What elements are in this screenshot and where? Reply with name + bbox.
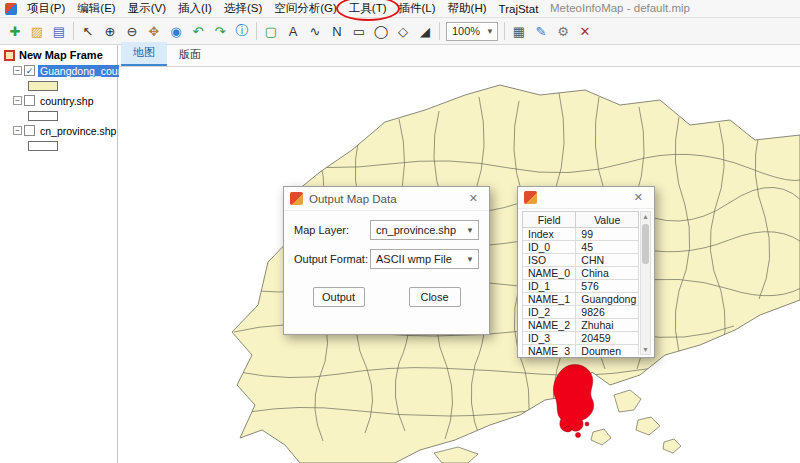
dialog-titlebar[interactable]: Output Map Data ✕ bbox=[284, 187, 489, 211]
layer-row[interactable]: −✓Guangdong_county.shp bbox=[0, 63, 117, 78]
zoom-next-icon[interactable]: ↷ bbox=[209, 20, 231, 42]
table-row[interactable]: NAME_0China bbox=[523, 267, 639, 280]
zoom-in-icon[interactable]: ⊕ bbox=[99, 20, 121, 42]
layer-name-label[interactable]: cn_province.shp bbox=[38, 125, 118, 137]
measure-icon[interactable]: ◢ bbox=[414, 20, 436, 42]
layer-name-label[interactable]: country.shp bbox=[38, 95, 96, 107]
zoom-out-icon[interactable]: ⊖ bbox=[121, 20, 143, 42]
scroll-down-icon[interactable]: ▼ bbox=[641, 346, 650, 353]
layer-color-swatch[interactable] bbox=[28, 111, 58, 121]
column-header-field[interactable]: Field bbox=[523, 212, 576, 228]
attribute-table-icon[interactable]: ▦ bbox=[508, 20, 530, 42]
table-row[interactable]: ISOCHN bbox=[523, 254, 639, 267]
menu-item-4[interactable]: 插入(I) bbox=[172, 0, 218, 18]
menu-item-2[interactable]: 编辑(E) bbox=[71, 0, 121, 18]
table-row[interactable]: Index99 bbox=[523, 228, 639, 241]
vertical-scrollbar[interactable]: ▲ ▼ bbox=[640, 211, 651, 355]
identify-icon[interactable]: ⓘ bbox=[231, 20, 253, 42]
menu-item-1[interactable]: 项目(P) bbox=[21, 0, 71, 18]
output-button[interactable]: Output bbox=[313, 287, 365, 307]
close-button[interactable]: Close bbox=[409, 287, 461, 307]
value-cell: China bbox=[576, 267, 639, 280]
polygon-tool-icon[interactable]: ◇ bbox=[392, 20, 414, 42]
value-cell: Doumen bbox=[576, 345, 639, 356]
zoom-level-select[interactable]: 100%▼ bbox=[446, 22, 498, 41]
menu-item-9[interactable]: 帮助(H) bbox=[442, 0, 493, 18]
layer-visibility-checkbox[interactable]: ✓ bbox=[24, 65, 35, 76]
toolbar-separator bbox=[439, 22, 440, 40]
layer-row[interactable]: −cn_province.shp bbox=[0, 123, 117, 138]
menu-item-3[interactable]: 显示(V) bbox=[122, 0, 172, 18]
label-tool-icon[interactable]: A bbox=[282, 20, 304, 42]
select-feature-icon[interactable]: ▢ bbox=[260, 20, 282, 42]
toolbar: ✚▨▤↖⊕⊖✥◉↶↷ⓘ▢A∿N▭◯◇◢100%▼▦✎⚙✕ bbox=[0, 18, 800, 45]
table-row[interactable]: NAME_3Doumen bbox=[523, 345, 639, 356]
north-arrow-icon[interactable]: N bbox=[326, 20, 348, 42]
tab-map[interactable]: 地图 bbox=[121, 42, 167, 66]
layers-panel: New Map Frame −✓Guangdong_county.shp−cou… bbox=[0, 45, 118, 463]
menu-item-6[interactable]: 空间分析(G) bbox=[268, 0, 343, 18]
scrollbar-thumb[interactable] bbox=[642, 224, 649, 264]
clear-icon[interactable]: ✕ bbox=[574, 20, 596, 42]
open-file-icon[interactable]: ▨ bbox=[26, 20, 48, 42]
table-row[interactable]: ID_045 bbox=[523, 241, 639, 254]
field-cell: ID_2 bbox=[523, 306, 576, 319]
polyline-tool-icon[interactable]: ∿ bbox=[304, 20, 326, 42]
layer-row[interactable]: −country.shp bbox=[0, 93, 117, 108]
layer-swatch-row bbox=[0, 138, 117, 153]
collapse-icon[interactable]: − bbox=[13, 126, 22, 135]
edit-pencil-icon[interactable]: ✎ bbox=[530, 20, 552, 42]
full-extent-icon[interactable]: ◉ bbox=[165, 20, 187, 42]
output-format-value: ASCII wmp File bbox=[376, 253, 452, 265]
settings-icon[interactable]: ⚙ bbox=[552, 20, 574, 42]
map-frame-label: New Map Frame bbox=[19, 49, 103, 61]
map-frame-row[interactable]: New Map Frame bbox=[0, 47, 117, 63]
table-row[interactable]: NAME_1Guangdong bbox=[523, 293, 639, 306]
menu-item-10[interactable]: TrajStat bbox=[493, 1, 545, 17]
menu-item-8[interactable]: 插件(L) bbox=[393, 0, 442, 18]
dialog-icon bbox=[290, 192, 303, 205]
chevron-down-icon: ▼ bbox=[462, 250, 478, 268]
field-cell: ISO bbox=[523, 254, 576, 267]
collapse-icon[interactable]: − bbox=[13, 96, 22, 105]
field-cell: NAME_2 bbox=[523, 319, 576, 332]
ellipse-tool-icon[interactable]: ◯ bbox=[370, 20, 392, 42]
layer-color-swatch[interactable] bbox=[28, 81, 58, 91]
collapse-icon[interactable]: − bbox=[13, 66, 22, 75]
layer-color-swatch[interactable] bbox=[28, 141, 58, 151]
map-layer-select[interactable]: cn_province.shp ▼ bbox=[370, 220, 479, 240]
output-format-select[interactable]: ASCII wmp File ▼ bbox=[370, 249, 479, 269]
table-row[interactable]: NAME_2Zhuhai bbox=[523, 319, 639, 332]
zoom-previous-icon[interactable]: ↶ bbox=[187, 20, 209, 42]
menu-item-5[interactable]: 选择(S) bbox=[218, 0, 268, 18]
toolbar-separator bbox=[73, 22, 74, 40]
map-layer-value: cn_province.shp bbox=[376, 224, 456, 236]
value-cell: 99 bbox=[576, 228, 639, 241]
view-tabs: 地图版面 bbox=[119, 45, 800, 67]
chevron-down-icon: ▼ bbox=[486, 27, 494, 36]
close-icon[interactable]: ✕ bbox=[629, 189, 648, 206]
close-icon[interactable]: ✕ bbox=[464, 190, 483, 207]
map-frame-icon bbox=[4, 50, 15, 61]
column-header-value[interactable]: Value bbox=[576, 212, 639, 228]
menu-bar: 项目(P)编辑(E)显示(V)插入(I)选择(S)空间分析(G)工具(T)插件(… bbox=[0, 0, 800, 18]
table-row[interactable]: ID_1576 bbox=[523, 280, 639, 293]
pan-icon[interactable]: ✥ bbox=[143, 20, 165, 42]
value-cell: Zhuhai bbox=[576, 319, 639, 332]
layer-visibility-checkbox[interactable] bbox=[24, 95, 35, 106]
tab-layout[interactable]: 版面 bbox=[167, 44, 213, 66]
menu-item-7[interactable]: 工具(T) bbox=[343, 0, 393, 18]
value-cell: Guangdong bbox=[576, 293, 639, 306]
add-frame-icon[interactable]: ✚ bbox=[4, 20, 26, 42]
save-icon[interactable]: ▤ bbox=[48, 20, 70, 42]
select-arrow-icon[interactable]: ↖ bbox=[77, 20, 99, 42]
scroll-up-icon[interactable]: ▲ bbox=[641, 213, 650, 220]
table-row[interactable]: ID_29826 bbox=[523, 306, 639, 319]
layer-swatch-row bbox=[0, 78, 117, 93]
dialog-titlebar[interactable]: ✕ bbox=[518, 187, 654, 209]
table-row[interactable]: ID_320459 bbox=[523, 332, 639, 345]
dialog-icon bbox=[524, 191, 537, 204]
selected-county-highlight[interactable] bbox=[554, 365, 594, 438]
layer-visibility-checkbox[interactable] bbox=[24, 125, 35, 136]
rectangle-tool-icon[interactable]: ▭ bbox=[348, 20, 370, 42]
